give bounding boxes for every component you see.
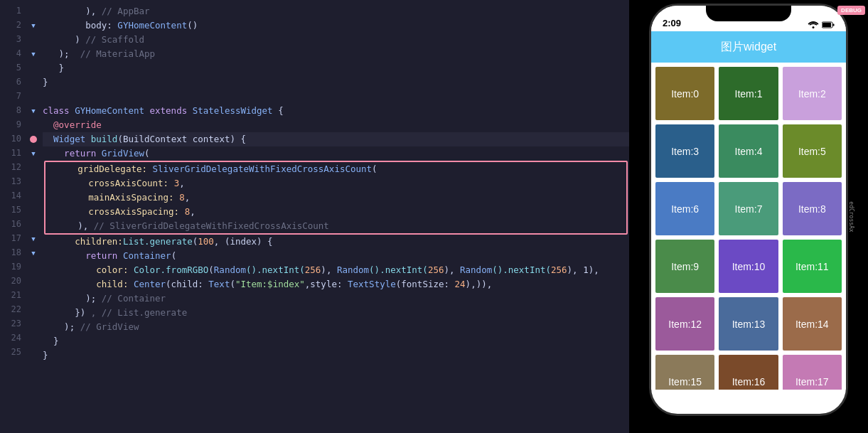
grid-item: Item:16 xyxy=(719,355,778,390)
grid-item-label: Item:17 xyxy=(795,376,829,387)
grid-item-label: Item:14 xyxy=(795,319,829,330)
grid-item: Item:13 xyxy=(719,297,778,351)
phone-notch xyxy=(706,6,791,21)
code-line: crossAxisCount: 3 , xyxy=(45,176,626,191)
grid-scroll[interactable]: Item:0Item:1Item:2Item:3Item:4Item:5Item… xyxy=(651,63,846,390)
grid-item-label: Item:12 xyxy=(668,319,702,330)
code-line: mainAxisSpacing: 8 , xyxy=(45,191,626,205)
grid-item: Item:2 xyxy=(783,67,842,120)
grid-item-label: Item:0 xyxy=(671,88,699,100)
grid-item-label: Item:5 xyxy=(798,146,826,157)
grid-item: Item:7 xyxy=(719,182,778,235)
code-line: child: Center (child: Text ( "Item:$inde… xyxy=(43,277,629,292)
breakpoint-dot[interactable] xyxy=(30,136,37,143)
code-line: @override xyxy=(43,118,629,132)
grid-item-label: Item:15 xyxy=(668,376,702,387)
svg-rect-2 xyxy=(823,23,831,27)
edge-label: edCrossAx xyxy=(848,201,854,232)
code-line: } xyxy=(43,75,629,90)
code-line: } xyxy=(43,334,629,348)
grid-item: Item:12 xyxy=(655,297,714,351)
svg-rect-3 xyxy=(833,24,835,26)
grid-item: Item:17 xyxy=(783,355,842,390)
code-line: } xyxy=(43,348,629,363)
phone-frame: 2:09 图片widget Item:0Item:1Item:2I xyxy=(649,4,848,416)
grid-item: Item:15 xyxy=(655,355,714,390)
grid-item-label: Item:16 xyxy=(732,376,766,387)
grid-item: Item:14 xyxy=(783,297,842,351)
grid-item: Item:10 xyxy=(719,240,778,293)
grid-item-label: Item:8 xyxy=(798,203,826,215)
grid-item: Item:3 xyxy=(655,124,714,178)
code-line: }) , // List.generate xyxy=(43,306,629,320)
debug-badge: DEBUG xyxy=(837,6,865,15)
code-line xyxy=(43,90,629,104)
grid-item-label: Item:11 xyxy=(795,261,829,272)
code-line: body: GYHomeContent () xyxy=(43,18,629,33)
gutter: ▼ ▼ ▼ ▼ ▼ ▼ xyxy=(27,0,40,433)
red-box-highlight: gridDelegate: SliverGridDelegateWithFixe… xyxy=(44,161,628,235)
code-line: crossAxisSpacing: 8 , xyxy=(45,205,626,219)
phone-panel: 2:09 图片widget Item:0Item:1Item:2I xyxy=(629,0,868,433)
grid-item: Item:11 xyxy=(783,240,842,293)
grid-item: Item:6 xyxy=(655,182,714,235)
code-line: ); // Container xyxy=(43,292,629,306)
code-line: Widget build (BuildContext context) { xyxy=(43,132,629,146)
code-line: children: List.generate ( 100 , (index) … xyxy=(43,235,629,249)
grid-item: Item:0 xyxy=(655,67,714,120)
line-numbers: 1 2 3 4 5 6 7 8 9 10 11 12 13 14 15 16 1… xyxy=(0,0,27,433)
svg-point-0 xyxy=(813,26,815,28)
code-line: ), // SliverGridDelegateWithFixedCrossAx… xyxy=(45,219,626,233)
grid-item-label: Item:1 xyxy=(735,88,763,100)
code-editor: 1 2 3 4 5 6 7 8 9 10 11 12 13 14 15 16 1… xyxy=(0,0,629,433)
app-bar: 图片widget xyxy=(651,31,846,63)
grid-container: Item:0Item:1Item:2Item:3Item:4Item:5Item… xyxy=(651,63,846,390)
grid-item-label: Item:9 xyxy=(671,261,699,272)
grid-item: Item:4 xyxy=(719,124,778,178)
grid-item: Item:1 xyxy=(719,67,778,120)
grid-item: Item:9 xyxy=(655,240,714,293)
code-line: color: Color.fromRGBO ( Random ().nextIn… xyxy=(43,263,629,277)
code-line: ); // MaterialApp xyxy=(43,47,629,61)
code-line: gridDelegate: SliverGridDelegateWithFixe… xyxy=(45,162,626,176)
code-line: ) // Scaffold xyxy=(43,33,629,47)
grid-item-label: Item:6 xyxy=(671,203,699,215)
code-line: class GYHomeContent extends StatelessWid… xyxy=(43,104,629,118)
grid-item: Item:5 xyxy=(783,124,842,178)
code-line: return Container ( xyxy=(43,249,629,263)
grid-item-label: Item:2 xyxy=(798,88,826,100)
grid-item-label: Item:7 xyxy=(735,203,763,215)
grid-item-label: Item:13 xyxy=(732,319,766,330)
status-icons xyxy=(808,21,835,28)
code-line: ); // GridView xyxy=(43,320,629,334)
code-content: ), // AppBar body: GYHomeContent () ) //… xyxy=(40,0,629,433)
grid-item-label: Item:4 xyxy=(735,146,763,157)
code-line: ), // AppBar xyxy=(43,4,629,18)
app-bar-title: 图片widget xyxy=(721,40,776,55)
battery-icon xyxy=(822,21,835,28)
grid-item: Item:8 xyxy=(783,182,842,235)
grid-item-label: Item:10 xyxy=(732,261,766,272)
code-line: } xyxy=(43,61,629,75)
grid-item-label: Item:3 xyxy=(671,146,699,157)
code-line: return GridView ( xyxy=(43,146,629,161)
wifi-icon xyxy=(808,21,819,28)
status-time: 2:09 xyxy=(663,18,681,28)
